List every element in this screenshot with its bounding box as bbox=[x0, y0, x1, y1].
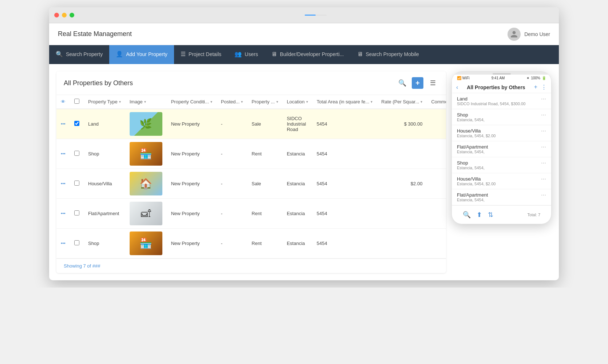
content-panel: All Properties by Others 🔍 + ☰ 👁 bbox=[56, 71, 446, 273]
mobile-list: Land SIDCO Industrial Road, 5454, $300.0… bbox=[452, 93, 551, 205]
col-area-filter-icon[interactable]: ▾ bbox=[371, 100, 372, 104]
mobile-item-more-icon[interactable]: ⋯ bbox=[541, 128, 546, 134]
mobile-add-button[interactable]: + bbox=[534, 84, 537, 91]
row-image-cell: 🏪 bbox=[125, 229, 167, 258]
row-type-cell: Land bbox=[84, 109, 125, 139]
col-property-sub-filter-icon[interactable]: ▾ bbox=[276, 100, 278, 104]
user-name: Demo User bbox=[524, 31, 550, 37]
row-comments-cell bbox=[427, 229, 446, 258]
nav-search-property[interactable]: 🔍 Search Property bbox=[49, 45, 109, 64]
nav-users[interactable]: 👥 Users bbox=[228, 45, 265, 64]
row-area-cell: 5454 bbox=[312, 199, 377, 229]
progress-bar bbox=[305, 15, 327, 16]
nav-project-details[interactable]: ☰ Project Details bbox=[174, 45, 228, 64]
row-more-icon[interactable]: ••• bbox=[61, 181, 66, 186]
row-comments-cell bbox=[427, 109, 446, 139]
row-checkbox[interactable] bbox=[74, 151, 79, 156]
mobile-item-content: Flat/Apartment Estancia, 5454, bbox=[457, 144, 541, 154]
col-condition-filter-icon[interactable]: ▾ bbox=[210, 100, 212, 104]
mobile-list-item[interactable]: Shop Estancia, 5454, ⋯ bbox=[452, 157, 551, 173]
row-condition-cell: New Property bbox=[167, 199, 217, 229]
col-location-label: Location bbox=[287, 99, 305, 104]
search-nav-icon: 🔍 bbox=[56, 51, 63, 58]
mobile-item-more-icon[interactable]: ⋯ bbox=[541, 96, 546, 102]
mobile-item-more-icon[interactable]: ⋯ bbox=[541, 112, 546, 118]
row-condition-cell: New Property bbox=[167, 139, 217, 169]
row-image: 🛋 bbox=[130, 202, 162, 225]
mobile-statusbar: 📶 WiFi 9:41 AM ✦ 100% 🔋 bbox=[452, 75, 551, 82]
maximize-button[interactable] bbox=[70, 13, 74, 17]
col-posted-filter-icon[interactable]: ▾ bbox=[241, 100, 243, 104]
mobile-footer-actions: 🔍 ⬆ ⇅ bbox=[463, 211, 493, 219]
mobile-share-icon[interactable]: ⬆ bbox=[477, 211, 482, 219]
col-area: Total Area (in square fe... ▾ bbox=[312, 95, 377, 109]
row-location-cell: Estancia bbox=[283, 229, 312, 258]
mobile-item-more-icon[interactable]: ⋯ bbox=[541, 160, 546, 166]
row-checkbox-cell bbox=[70, 199, 84, 229]
mobile-time: 9:41 AM bbox=[491, 76, 505, 80]
showing-text: Showing 7 of bbox=[64, 263, 91, 269]
row-posted-cell: - bbox=[217, 199, 247, 229]
row-checkbox[interactable] bbox=[74, 210, 79, 215]
mobile-list-item[interactable]: Flat/Apartment Estancia, 5454, ⋯ bbox=[452, 141, 551, 157]
row-checkbox[interactable] bbox=[74, 181, 79, 186]
search-button[interactable]: 🔍 bbox=[396, 77, 408, 89]
mobile-list-item[interactable]: House/Villa Estancia, 5454, $2.00 ⋯ bbox=[452, 125, 551, 141]
row-more-icon[interactable]: ••• bbox=[61, 122, 66, 127]
col-property-sub-label: Property ... bbox=[252, 99, 275, 104]
mobile-item-content: Shop Estancia, 5454, bbox=[457, 112, 541, 122]
nav-builder-properties[interactable]: 🖥 Builder/Developer Properti... bbox=[265, 45, 351, 64]
row-type-cell: Shop bbox=[84, 229, 125, 258]
nav-search-mobile[interactable]: 🖥 Search Property Mobile bbox=[351, 45, 426, 64]
col-property-type-filter-icon[interactable]: ▾ bbox=[119, 100, 121, 104]
mobile-list-item[interactable]: Shop Estancia, 5454, ⋯ bbox=[452, 109, 551, 125]
mobile-item-more-icon[interactable]: ⋯ bbox=[541, 192, 546, 198]
users-nav-icon: 👥 bbox=[234, 51, 242, 58]
mobile-item-more-icon[interactable]: ⋯ bbox=[541, 144, 546, 150]
minimize-button[interactable] bbox=[62, 13, 67, 17]
table-header-row: 👁 Property Type ▾ bbox=[56, 95, 446, 109]
mobile-list-item[interactable]: Land SIDCO Industrial Road, 5454, $300.0… bbox=[452, 93, 551, 109]
col-rate-filter-icon[interactable]: ▾ bbox=[421, 100, 422, 104]
mobile-header-actions: + ⋮ bbox=[534, 84, 547, 91]
progress-bar-container bbox=[77, 15, 554, 16]
mobile-back-button[interactable]: ‹ bbox=[456, 84, 458, 91]
nav-add-property[interactable]: 👤 Add Your Property bbox=[109, 45, 174, 64]
row-checkbox[interactable] bbox=[74, 121, 79, 126]
close-button[interactable] bbox=[54, 13, 59, 17]
row-checkbox[interactable] bbox=[74, 240, 79, 245]
table-row: ••• Flat/Apartment 🛋 New Property - Rent… bbox=[56, 199, 446, 229]
row-image-cell: 🏠 bbox=[125, 169, 167, 199]
menu-button[interactable]: ☰ bbox=[427, 77, 439, 89]
row-comments-cell bbox=[427, 139, 446, 169]
add-record-button[interactable]: + bbox=[412, 77, 423, 89]
row-checkbox-cell bbox=[70, 139, 84, 169]
mobile-list-item[interactable]: Flat/Apartment Estancia, 5454, ⋯ bbox=[452, 189, 551, 205]
col-posted-label: Posted... bbox=[221, 99, 240, 104]
mobile-item-more-icon[interactable]: ⋯ bbox=[541, 176, 546, 182]
col-location-filter-icon[interactable]: ▾ bbox=[306, 100, 308, 104]
select-all-checkbox[interactable] bbox=[74, 99, 79, 104]
mobile-item-content: Shop Estancia, 5454, bbox=[457, 160, 541, 170]
main-nav: 🔍 Search Property 👤 Add Your Property ☰ … bbox=[49, 45, 559, 64]
row-image-cell: 🌿 bbox=[125, 109, 167, 139]
count-link[interactable]: ### bbox=[92, 263, 100, 269]
mobile-search-footer-icon[interactable]: 🔍 bbox=[463, 211, 471, 219]
app-window: Real Estate Management Demo User 🔍 Searc… bbox=[49, 7, 559, 280]
row-more-icon[interactable]: ••• bbox=[61, 211, 66, 216]
mobile-more-button[interactable]: ⋮ bbox=[541, 84, 547, 91]
row-property-sub-cell: Sale bbox=[247, 169, 283, 199]
row-more-icon[interactable]: ••• bbox=[61, 241, 66, 246]
mobile-item-title: Shop bbox=[457, 160, 541, 166]
row-rate-cell bbox=[377, 139, 427, 169]
mobile-list-item[interactable]: House/Villa Estancia, 5454, $2.00 ⋯ bbox=[452, 173, 551, 189]
col-image-filter-icon[interactable]: ▾ bbox=[144, 100, 146, 104]
mobile-sort-icon[interactable]: ⇅ bbox=[488, 211, 493, 219]
mobile-footer-total: Total: 7 bbox=[528, 213, 540, 217]
row-checkbox-cell bbox=[70, 169, 84, 199]
mobile-battery-icon: 🔋 bbox=[542, 76, 546, 80]
pagination-count: Showing 7 of ### bbox=[64, 263, 100, 269]
row-more-icon[interactable]: ••• bbox=[61, 151, 66, 157]
row-image: 🏪 bbox=[130, 232, 162, 255]
mobile-top bbox=[452, 72, 551, 75]
